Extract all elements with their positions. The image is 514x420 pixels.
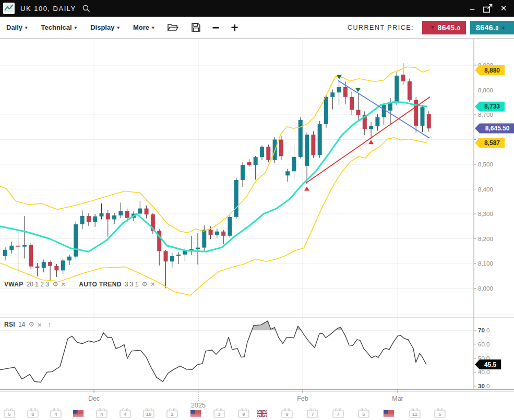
calendar-event-icon: 5 xyxy=(358,409,369,418)
vwap-settings-icon[interactable]: ⚙ xyxy=(52,281,58,287)
open-folder-icon[interactable] xyxy=(167,23,178,32)
svg-text:5: 5 xyxy=(8,411,11,417)
calendar-event-icon: 7 xyxy=(333,409,343,418)
calendar-event-icon: 4 xyxy=(97,409,107,418)
close-button[interactable]: ✕ xyxy=(498,3,509,14)
calendar-event-icon: 6 xyxy=(282,409,292,418)
rsi-settings-icon[interactable]: ⚙ xyxy=(28,321,34,328)
svg-text:11: 11 xyxy=(412,411,418,417)
svg-text:8,800: 8,800 xyxy=(478,87,493,93)
autotrend-settings-icon[interactable]: ⚙ xyxy=(141,281,148,287)
calendar-event-icon: 10 xyxy=(144,409,154,418)
rsi-remove-icon[interactable]: × xyxy=(38,321,42,329)
svg-text:8,400: 8,400 xyxy=(478,186,493,193)
save-icon[interactable] xyxy=(191,22,201,32)
svg-text:4: 4 xyxy=(54,411,57,417)
calendar-event-icon: 7 xyxy=(307,409,318,418)
svg-text:Dec: Dec xyxy=(88,395,100,402)
svg-text:5: 5 xyxy=(362,411,365,417)
svg-text:7: 7 xyxy=(337,411,339,417)
svg-text:9: 9 xyxy=(242,411,245,417)
chevron-down-icon: ▾ xyxy=(152,25,154,30)
svg-text:3: 3 xyxy=(218,411,220,417)
svg-text:2: 2 xyxy=(171,411,173,417)
bollinger-upper-line xyxy=(0,67,430,233)
svg-text:Mar: Mar xyxy=(392,395,403,402)
minimize-button[interactable]: – xyxy=(467,3,477,14)
calendar-event-icon: 11 xyxy=(410,409,420,418)
svg-text:60.0: 60.0 xyxy=(478,341,489,347)
svg-text:4: 4 xyxy=(100,411,103,417)
chevron-down-icon: ▾ xyxy=(25,25,28,30)
chevron-down-icon: ▾ xyxy=(75,25,77,30)
svg-text:4: 4 xyxy=(124,411,127,417)
price-down-icon: ▼ xyxy=(430,25,435,30)
bid-price-badge[interactable]: ▼ 8645. 0 xyxy=(422,21,466,34)
svg-text:7: 7 xyxy=(311,411,314,417)
menu-technical[interactable]: Technical ▾ xyxy=(41,23,77,31)
event-marker-strip: 58444102396775115 xyxy=(4,409,445,418)
svg-text:8: 8 xyxy=(31,411,34,417)
svg-text:8,880: 8,880 xyxy=(484,67,500,74)
svg-text:5: 5 xyxy=(438,411,441,417)
svg-text:8,645.50: 8,645.50 xyxy=(485,125,510,132)
candles xyxy=(3,63,431,288)
rsi-label: RSI xyxy=(4,321,15,328)
toolbar: Daily ▾ Technical ▾ Display ▾ More ▾ − +… xyxy=(0,17,514,39)
vwap-remove-icon[interactable]: × xyxy=(62,280,66,288)
svg-text:8,200: 8,200 xyxy=(478,236,493,242)
svg-text:2025: 2025 xyxy=(191,402,206,409)
price-up-icon: ▲ xyxy=(501,25,506,30)
autotrend-remove-icon[interactable]: × xyxy=(151,280,155,288)
current-price-label: CURRENT PRICE: xyxy=(348,24,414,31)
buy-signal-arrow xyxy=(368,140,374,144)
search-icon[interactable] xyxy=(81,4,91,13)
chart-title: UK 100, DAILY xyxy=(20,5,76,13)
svg-text:10: 10 xyxy=(146,411,152,417)
calendar-event-icon: 2 xyxy=(167,409,177,418)
move-pane-up-icon[interactable]: ↑ xyxy=(48,320,52,329)
ask-price-badge[interactable]: 8646. 0 ▲ xyxy=(470,21,514,34)
svg-text:8,500: 8,500 xyxy=(478,161,493,167)
window-titlebar: UK 100, DAILY – ✕ xyxy=(0,0,514,17)
popout-button[interactable] xyxy=(483,3,493,14)
buy-signal-arrow xyxy=(304,187,309,191)
chevron-down-icon: ▾ xyxy=(117,25,119,30)
us-flag-icon xyxy=(73,410,83,417)
svg-text:30.0: 30.0 xyxy=(478,383,489,389)
calendar-event-icon: 4 xyxy=(51,409,61,418)
svg-text:8,300: 8,300 xyxy=(478,211,493,217)
zoom-in-button[interactable]: + xyxy=(231,22,238,33)
chart-canvas[interactable]: 8,9008,8008,7008,6008,5008,4008,3008,200… xyxy=(0,38,514,420)
uk-flag-icon xyxy=(257,410,267,417)
bollinger-lower-line xyxy=(0,138,427,295)
indicator-labels-overlay: VWAP 20 1 2 3 ⚙ × AUTO TREND 3 3 1 ⚙ × xyxy=(4,280,155,288)
svg-text:Feb: Feb xyxy=(297,395,308,402)
svg-text:70.0: 70.0 xyxy=(478,327,489,333)
calendar-event-icon: 8 xyxy=(28,409,38,418)
app-logo-icon xyxy=(3,2,15,15)
svg-text:8,587: 8,587 xyxy=(484,139,500,147)
vwap-label: VWAP xyxy=(4,281,23,288)
calendar-event-icon: 3 xyxy=(214,409,224,418)
zoom-out-button[interactable]: − xyxy=(212,22,220,33)
rsi-label-overlay: RSI 14 ⚙ × ↑ xyxy=(4,320,52,329)
autotrend-label: AUTO TREND xyxy=(79,281,121,288)
us-flag-icon xyxy=(384,410,394,417)
calendar-event-icon: 4 xyxy=(120,409,130,418)
svg-text:8,700: 8,700 xyxy=(478,112,493,118)
svg-text:6: 6 xyxy=(285,411,288,417)
svg-text:8,733: 8,733 xyxy=(484,103,500,110)
calendar-event-icon: 9 xyxy=(238,409,249,418)
us-flag-icon xyxy=(190,410,201,417)
calendar-event-icon: 5 xyxy=(435,409,445,418)
menu-display[interactable]: Display ▾ xyxy=(90,23,119,31)
menu-daily[interactable]: Daily ▾ xyxy=(6,23,28,31)
menu-more[interactable]: More ▾ xyxy=(133,23,154,31)
svg-text:8,100: 8,100 xyxy=(478,260,493,267)
svg-text:8,000: 8,000 xyxy=(478,285,493,292)
svg-text:45.5: 45.5 xyxy=(484,361,497,368)
svg-text:40.0: 40.0 xyxy=(478,369,489,375)
calendar-event-icon: 5 xyxy=(4,409,15,418)
